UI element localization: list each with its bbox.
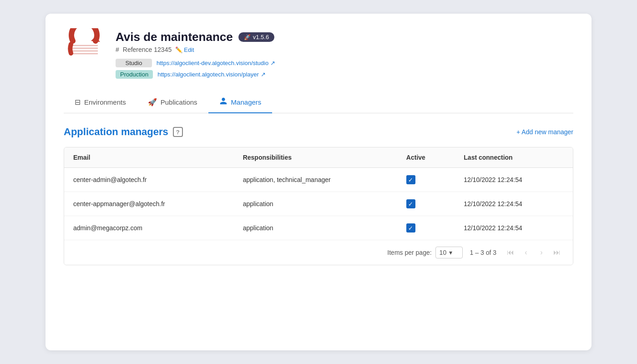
studio-env-row: Studio https://algoclient-dev.algotech.v… xyxy=(116,59,275,67)
tab-publications-label: Publications xyxy=(161,98,197,106)
per-page-value: 10 xyxy=(440,249,447,256)
row-1-email: center-appmanager@algotech.fr xyxy=(64,192,234,216)
tab-publications[interactable]: 🚀 Publications xyxy=(137,91,208,113)
hash-icon: # xyxy=(116,46,119,53)
edit-link[interactable]: ✏️ Edit xyxy=(175,46,194,53)
items-per-page-label: Items per page: xyxy=(387,249,431,256)
tab-environments-label: Environments xyxy=(84,98,126,106)
row-2-active: ✓ xyxy=(397,216,455,240)
app-title: Avis de maintenance xyxy=(116,30,233,44)
pencil-icon: ✏️ xyxy=(175,46,182,53)
row-0-active: ✓ xyxy=(397,168,455,192)
environments-icon: ⊟ xyxy=(75,98,81,106)
header: Avis de maintenance 🚀 v1.5.6 # Reference… xyxy=(64,28,573,79)
external-link-icon-studio: ↗ xyxy=(270,60,275,66)
table-row: center-appmanager@algotech.frapplication… xyxy=(64,192,573,216)
studio-url[interactable]: https://algoclient-dev.algotech.vision/s… xyxy=(157,60,275,66)
row-2-responsibilities: application xyxy=(234,216,397,240)
section-title-text: Application managers xyxy=(64,126,168,138)
production-env-row: Production https://algoclient.algotech.v… xyxy=(116,70,275,79)
main-card: Avis de maintenance 🚀 v1.5.6 # Reference… xyxy=(46,14,592,350)
studio-badge: Studio xyxy=(116,59,152,67)
row-0-last-connection: 12/10/2022 12:24:54 xyxy=(455,168,573,192)
managers-icon xyxy=(219,97,228,107)
production-url-text: https://algoclient.algotech.vision/playe… xyxy=(157,71,259,78)
row-2-last-connection: 12/10/2022 12:24:54 xyxy=(455,216,573,240)
add-manager-label: + Add new manager xyxy=(516,128,573,136)
app-logo xyxy=(64,28,105,69)
section-header: Application managers ? + Add new manager xyxy=(64,126,573,138)
row-0-email: center-admin@algotech.fr xyxy=(64,168,234,192)
row-1-last-connection: 12/10/2022 12:24:54 xyxy=(455,192,573,216)
prev-page-button[interactable]: ‹ xyxy=(519,246,533,259)
per-page-select[interactable]: 10 ▾ xyxy=(435,247,463,258)
production-badge: Production xyxy=(116,70,153,79)
active-checkbox[interactable]: ✓ xyxy=(406,175,415,184)
publications-icon: 🚀 xyxy=(148,98,157,106)
pagination-row: Items per page: 10 ▾ 1 – 3 of 3 ⏮ ‹ › ⏭ xyxy=(64,240,573,265)
reference-text: Reference 12345 xyxy=(123,46,172,53)
rocket-icon: 🚀 xyxy=(244,34,251,40)
page-info: 1 – 3 of 3 xyxy=(470,249,496,256)
active-checkbox[interactable]: ✓ xyxy=(406,223,415,233)
studio-url-text: https://algoclient-dev.algotech.vision/s… xyxy=(157,60,268,66)
title-row: Avis de maintenance 🚀 v1.5.6 xyxy=(116,30,275,44)
tab-environments[interactable]: ⊟ Environments xyxy=(64,91,137,113)
first-page-button[interactable]: ⏮ xyxy=(504,246,517,259)
dropdown-chevron-icon: ▾ xyxy=(449,249,452,256)
managers-table: Email Responsibilities Active Last conne… xyxy=(64,147,573,240)
external-link-icon-production: ↗ xyxy=(261,71,266,78)
table-row: admin@megacorpz.comapplication✓12/10/202… xyxy=(64,216,573,240)
production-url[interactable]: https://algoclient.algotech.vision/playe… xyxy=(157,71,266,78)
tab-managers[interactable]: Managers xyxy=(208,91,273,113)
tabs-nav: ⊟ Environments 🚀 Publications Managers xyxy=(64,91,573,113)
col-header-last-connection: Last connection xyxy=(455,147,573,168)
row-1-responsibilities: application xyxy=(234,192,397,216)
managers-table-container: Email Responsibilities Active Last conne… xyxy=(64,147,573,265)
active-checkbox[interactable]: ✓ xyxy=(406,199,415,208)
col-header-email: Email xyxy=(64,147,234,168)
col-header-responsibilities: Responsibilities xyxy=(234,147,397,168)
pagination-controls: ⏮ ‹ › ⏭ xyxy=(504,246,564,259)
version-text: v1.5.6 xyxy=(253,34,269,40)
row-2-email: admin@megacorpz.com xyxy=(64,216,234,240)
col-header-active: Active xyxy=(397,147,455,168)
row-0-responsibilities: application, technical_manager xyxy=(234,168,397,192)
section-title-group: Application managers ? xyxy=(64,126,183,138)
header-info: Avis de maintenance 🚀 v1.5.6 # Reference… xyxy=(116,28,275,79)
env-links: Studio https://algoclient-dev.algotech.v… xyxy=(116,59,275,79)
next-page-button[interactable]: › xyxy=(535,246,548,259)
version-badge: 🚀 v1.5.6 xyxy=(238,32,274,42)
table-row: center-admin@algotech.frapplication, tec… xyxy=(64,168,573,192)
add-manager-button[interactable]: + Add new manager xyxy=(516,128,573,136)
reference-row: # Reference 12345 ✏️ Edit xyxy=(116,46,275,53)
help-icon[interactable]: ? xyxy=(173,127,183,137)
row-1-active: ✓ xyxy=(397,192,455,216)
last-page-button[interactable]: ⏭ xyxy=(550,246,564,259)
table-header-row: Email Responsibilities Active Last conne… xyxy=(64,147,573,168)
items-per-page-group: Items per page: 10 ▾ xyxy=(387,247,462,258)
edit-label: Edit xyxy=(184,46,194,53)
tab-managers-label: Managers xyxy=(231,98,262,106)
